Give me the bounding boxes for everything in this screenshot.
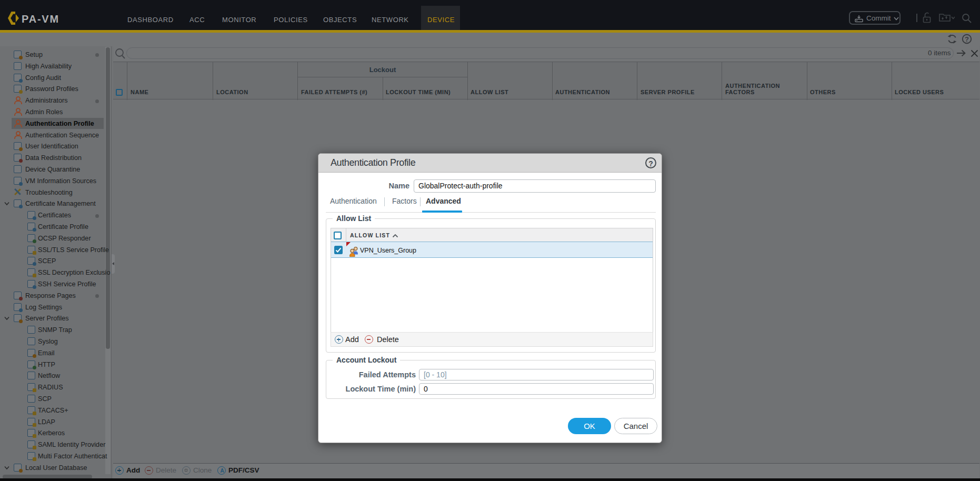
- svg-text:?: ?: [965, 35, 969, 43]
